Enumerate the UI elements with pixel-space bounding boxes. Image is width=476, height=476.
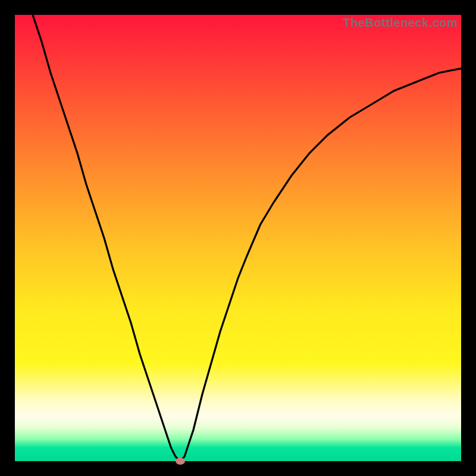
optimum-marker (176, 458, 185, 465)
chart-frame: TheBottleneck.com (0, 0, 476, 476)
plot-area: TheBottleneck.com (15, 15, 461, 461)
bottleneck-curve (15, 15, 461, 461)
